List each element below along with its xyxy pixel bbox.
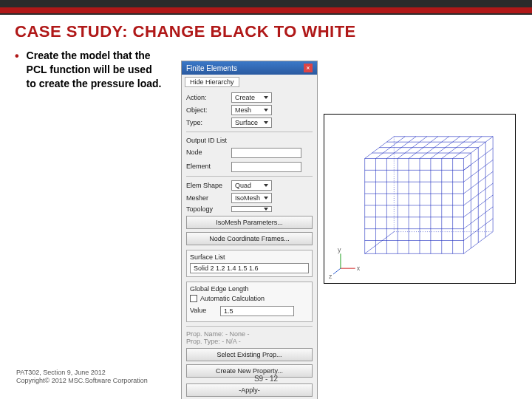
type-label: Type: — [186, 119, 227, 126]
edge-length-group: Global Edge Length Automatic Calculation… — [186, 282, 313, 322]
auto-calc-label: Automatic Calculation — [200, 295, 265, 302]
svg-line-48 — [463, 165, 471, 170]
prop-name-label: Prop. Name: - None - — [186, 330, 313, 338]
elem-shape-label: Elem Shape — [186, 182, 227, 189]
select-prop-button[interactable]: Select Existing Prop... — [186, 348, 313, 361]
footer-credits: PAT302, Section 9, June 2012 Copyright© … — [16, 369, 148, 386]
value-field[interactable]: 1.5 — [220, 306, 294, 316]
bullet-text: Create the model that the PCL function w… — [27, 49, 163, 91]
page-number: S9 - 12 — [254, 375, 278, 383]
node-field[interactable] — [231, 148, 301, 158]
bullet-item: • Create the model that the PCL function… — [15, 49, 163, 91]
footer-line1: PAT302, Section 9, June 2012 — [16, 369, 148, 378]
elem-shape-select[interactable]: Quad — [231, 180, 272, 191]
surface-list-group: Surface List Solid 2 1.2 1.4 1.5 1.6 — [186, 250, 313, 277]
output-ids-label: Output ID List — [186, 137, 313, 144]
surface-list-label: Surface List — [190, 253, 309, 261]
object-label: Object: — [186, 106, 227, 114]
element-label: Element — [186, 163, 227, 170]
iso-params-button[interactable]: IsoMesh Parameters... — [186, 216, 313, 229]
value-label: Value — [190, 307, 216, 314]
topology-label: Topology — [186, 205, 227, 213]
bullet-marker: • — [15, 49, 19, 63]
element-field[interactable] — [231, 162, 301, 172]
chevron-down-icon — [264, 109, 268, 112]
svg-text:x: x — [357, 265, 361, 272]
chevron-down-icon — [264, 184, 268, 187]
topology-select[interactable] — [231, 206, 272, 212]
svg-text:z: z — [329, 273, 332, 280]
mesher-select[interactable]: IsoMesh — [231, 193, 272, 203]
object-select[interactable]: Mesh — [231, 105, 272, 115]
svg-line-51 — [333, 268, 341, 274]
wireframe-icon: x y z — [324, 115, 515, 283]
dialog-title: Finite Elements — [186, 64, 237, 72]
node-label: Node — [186, 149, 227, 156]
chevron-down-icon — [264, 208, 268, 211]
apply-button[interactable]: -Apply- — [186, 383, 313, 397]
action-select[interactable]: Create — [231, 92, 272, 103]
chevron-down-icon — [264, 121, 268, 124]
mesh-preview: x y z — [324, 114, 516, 284]
edge-length-title: Global Edge Length — [190, 285, 309, 293]
page-title: CASE STUDY: CHANGE BLACK TO WHITE — [15, 22, 517, 41]
footer-line2: Copyright© 2012 MSC.Software Corporation — [16, 377, 148, 386]
surface-list-field[interactable]: Solid 2 1.2 1.4 1.5 1.6 — [190, 263, 309, 273]
chevron-down-icon — [264, 96, 268, 99]
auto-calc-checkbox[interactable] — [190, 295, 197, 302]
finite-elements-dialog: Finite Elements × Hide Hierarchy Action:… — [181, 61, 318, 399]
create-prop-button[interactable]: Create New Property... — [186, 364, 313, 378]
dialog-titlebar: Finite Elements × — [182, 61, 317, 75]
close-icon[interactable]: × — [304, 64, 313, 72]
svg-line-22 — [365, 232, 395, 254]
type-select[interactable]: Surface — [231, 117, 272, 128]
chevron-down-icon — [264, 197, 268, 200]
mesher-label: Mesher — [186, 194, 227, 202]
svg-text:y: y — [338, 246, 341, 253]
prop-type-label: Prop. Type: - N/A - — [186, 338, 313, 345]
action-label: Action: — [186, 94, 227, 101]
dialog-tab[interactable]: Hide Hierarchy — [185, 77, 239, 87]
node-coord-button[interactable]: Node Coordinate Frames... — [186, 232, 313, 245]
